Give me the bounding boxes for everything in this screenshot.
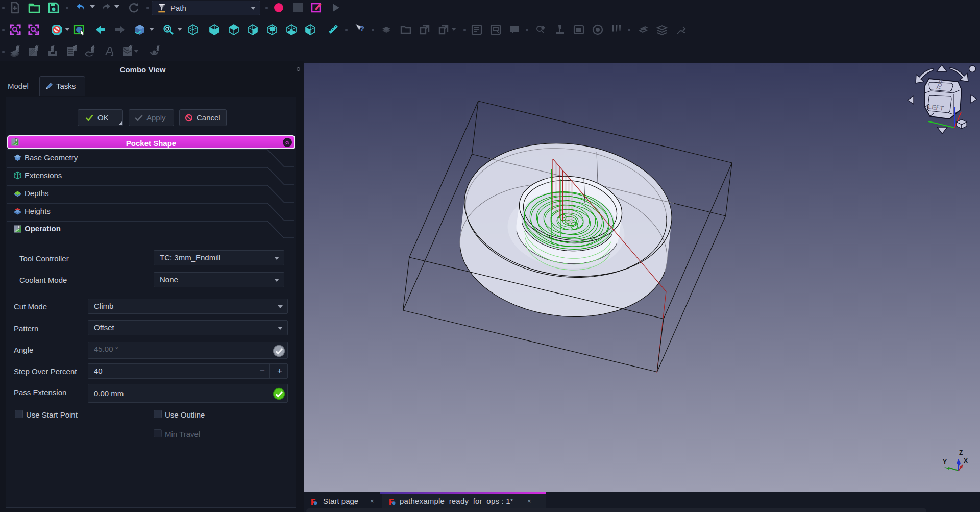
svg-text:Z: Z: [959, 449, 963, 456]
svg-text:X: X: [964, 457, 968, 465]
svg-text:?: ?: [360, 24, 364, 33]
svg-text:Y: Y: [943, 458, 947, 466]
